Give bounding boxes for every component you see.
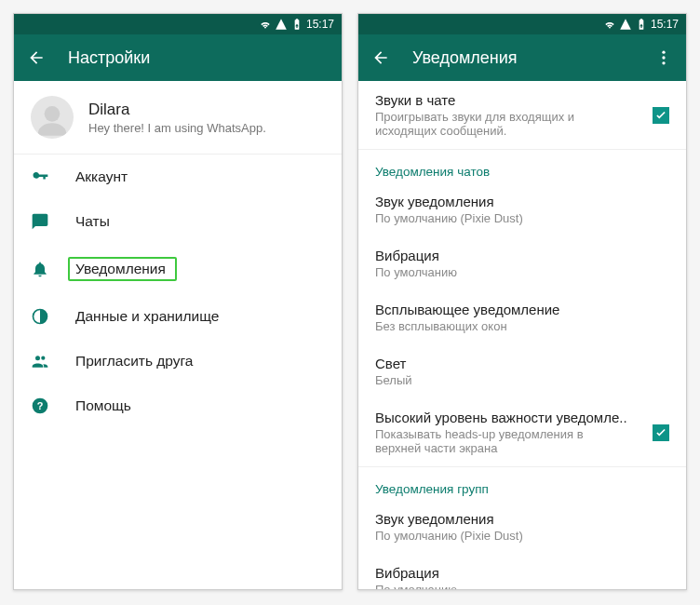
setting-chats-vibration[interactable]: Вибрация По умолчанию: [358, 236, 686, 290]
svg-point-3: [41, 356, 45, 360]
svg-point-6: [662, 51, 665, 54]
menu-label: Данные и хранилище: [75, 308, 219, 325]
svg-point-2: [35, 356, 40, 360]
setting-chats-priority[interactable]: Высокий уровень важности уведомле.. Пока…: [358, 398, 686, 467]
app-bar: Уведомления: [358, 34, 686, 81]
svg-point-0: [45, 106, 61, 122]
menu-label: Аккаунт: [75, 168, 128, 185]
back-icon[interactable]: [371, 48, 390, 67]
help-icon: ?: [31, 397, 49, 415]
setting-chats-popup[interactable]: Всплывающее уведомление Без всплывающих …: [358, 290, 686, 344]
setting-sub: Без всплывающих окон: [375, 319, 617, 333]
setting-title: Вибрация: [375, 565, 669, 581]
page-title: Настройки: [68, 48, 329, 68]
status-time: 15:17: [651, 18, 679, 31]
setting-groups-vibration[interactable]: Вибрация По умолчанию: [358, 554, 686, 589]
signal-icon: [619, 18, 632, 31]
svg-point-7: [662, 56, 665, 59]
status-bar: 15:17: [358, 14, 686, 34]
profile-row[interactable]: Dilara Hey there! I am using WhatsApp.: [14, 81, 342, 155]
menu-data[interactable]: Данные и хранилище: [14, 294, 342, 339]
svg-point-8: [662, 61, 665, 64]
setting-groups-sound[interactable]: Звук уведомления По умолчанию (Pixie Dus…: [358, 500, 686, 554]
menu-chats[interactable]: Чаты: [14, 199, 342, 244]
menu-label: Помощь: [75, 397, 131, 414]
menu-label: Пригласить друга: [75, 353, 193, 370]
profile-text: Dilara Hey there! I am using WhatsApp.: [88, 101, 266, 135]
setting-sub: По умолчанию (Pixie Dust): [375, 211, 617, 225]
menu-label: Уведомления: [75, 261, 166, 276]
setting-sub: Проигрывать звуки для входящих и исходящ…: [375, 110, 617, 138]
setting-title: Звук уведомления: [375, 511, 669, 527]
setting-sub: По умолчанию: [375, 265, 617, 279]
chat-icon: [31, 212, 49, 231]
signal-icon: [275, 18, 288, 31]
setting-title: Звуки в чате: [375, 92, 669, 108]
setting-sub: Показывать heads-up уведомления в верхне…: [375, 427, 617, 455]
menu-notifications[interactable]: Уведомления: [14, 244, 342, 294]
more-icon[interactable]: [654, 48, 673, 67]
people-icon: [31, 352, 49, 370]
menu-label: Чаты: [75, 213, 110, 230]
setting-sub: По умолчанию: [375, 583, 617, 589]
menu-account[interactable]: Аккаунт: [14, 155, 342, 199]
setting-title: Всплывающее уведомление: [375, 302, 669, 317]
highlight-box: Уведомления: [68, 257, 177, 281]
notifications-content: Звуки в чате Проигрывать звуки для входя…: [358, 81, 686, 589]
setting-title: Свет: [375, 356, 669, 371]
setting-title: Высокий уровень важности уведомле..: [375, 410, 669, 425]
phone-notifications: 15:17 Уведомления Звуки в чате Проигрыва…: [357, 13, 687, 590]
status-bar: 15:17: [14, 14, 342, 34]
back-icon[interactable]: [27, 48, 46, 67]
setting-title: Вибрация: [375, 248, 669, 263]
profile-name: Dilara: [88, 101, 266, 119]
phone-settings: 15:17 Настройки Dilara Hey there! I am u…: [13, 13, 343, 590]
setting-title: Звук уведомления: [375, 194, 669, 209]
setting-sub: Белый: [375, 373, 617, 387]
section-groups: Уведомления групп: [358, 467, 686, 500]
menu-invite[interactable]: Пригласить друга: [14, 339, 342, 383]
wifi-icon: [603, 18, 616, 31]
battery-icon: [290, 18, 303, 31]
battery-icon: [635, 18, 648, 31]
setting-chats-light[interactable]: Свет Белый: [358, 344, 686, 398]
status-time: 15:17: [306, 18, 334, 31]
setting-chat-sounds[interactable]: Звуки в чате Проигрывать звуки для входя…: [358, 81, 686, 150]
checkbox-checked[interactable]: [653, 424, 669, 441]
wifi-icon: [259, 18, 272, 31]
section-chats: Уведомления чатов: [358, 150, 686, 182]
avatar: [31, 96, 74, 139]
data-icon: [31, 307, 49, 326]
menu-help[interactable]: ? Помощь: [14, 383, 342, 428]
bell-icon: [31, 260, 49, 278]
key-icon: [31, 168, 49, 186]
svg-text:?: ?: [37, 400, 44, 411]
checkbox-checked[interactable]: [653, 107, 669, 124]
settings-content: Dilara Hey there! I am using WhatsApp. А…: [14, 81, 342, 589]
app-bar: Настройки: [14, 34, 342, 81]
setting-chats-sound[interactable]: Звук уведомления По умолчанию (Pixie Dus…: [358, 182, 686, 236]
setting-sub: По умолчанию (Pixie Dust): [375, 529, 617, 543]
page-title: Уведомления: [412, 48, 632, 68]
profile-status: Hey there! I am using WhatsApp.: [88, 121, 266, 135]
